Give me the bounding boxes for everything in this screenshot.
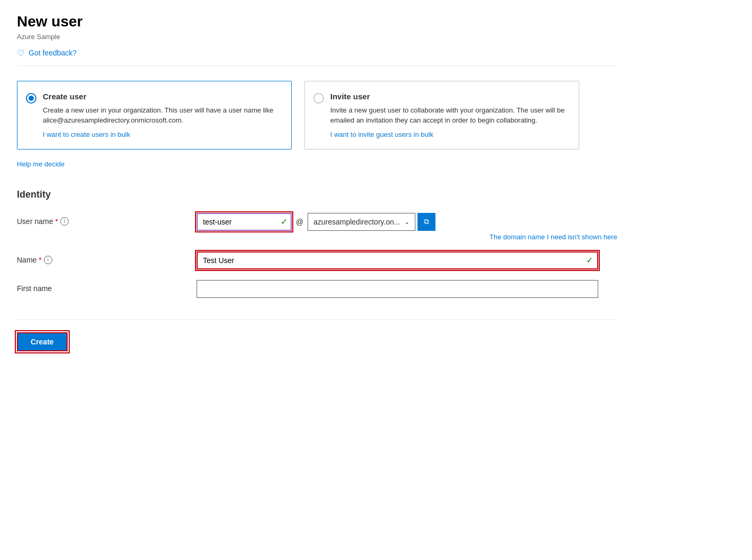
name-required: * — [39, 256, 41, 264]
domain-dropdown[interactable]: azuresampledirectory.on... ⌄ — [308, 213, 415, 231]
invite-user-radio[interactable] — [313, 93, 324, 104]
firstname-label: First name — [17, 284, 52, 293]
username-form-row: User name * i ✓ @ azuresampledirectory.o… — [17, 213, 617, 241]
invite-user-title: Invite user — [330, 92, 568, 101]
domain-link[interactable]: The domain name I need isn't shown here — [197, 233, 617, 241]
bottom-bar: Create — [17, 322, 617, 351]
domain-value: azuresampledirectory.on... — [313, 218, 400, 226]
create-button[interactable]: Create — [17, 332, 68, 351]
help-decide-link[interactable]: Help me decide — [17, 160, 64, 168]
name-label-container: Name * i — [17, 251, 197, 264]
create-user-title: Create user — [43, 92, 281, 101]
firstname-form-row: First name — [17, 280, 617, 298]
username-info-icon[interactable]: i — [60, 217, 69, 226]
identity-section: Identity User name * i ✓ @ azur — [17, 189, 617, 320]
heart-icon: ♡ — [17, 48, 24, 58]
feedback-label: Got feedback? — [29, 49, 77, 57]
invite-user-content: Invite user Invite a new guest user to c… — [330, 92, 568, 138]
copy-button[interactable]: ⧉ — [417, 213, 435, 231]
firstname-input[interactable] — [197, 280, 598, 298]
copy-icon: ⧉ — [424, 217, 429, 226]
username-controls: ✓ @ azuresampledirectory.on... ⌄ ⧉ The d… — [197, 213, 617, 241]
page-header: New user Azure Sample — [17, 13, 617, 41]
username-label-container: User name * i — [17, 213, 197, 226]
name-label: Name — [17, 256, 36, 264]
username-input-outline: ✓ — [197, 213, 292, 231]
name-form-row: Name * i ✓ — [17, 251, 617, 269]
firstname-controls — [197, 280, 617, 298]
name-input[interactable] — [197, 251, 598, 269]
feedback-bar[interactable]: ♡ Got feedback? — [17, 48, 617, 66]
firstname-label-container: First name — [17, 280, 197, 293]
at-symbol: @ — [296, 218, 303, 226]
name-controls: ✓ — [197, 251, 617, 269]
identity-section-title: Identity — [17, 189, 617, 200]
user-type-section: Create user Create a new user in your or… — [17, 81, 617, 150]
username-required: * — [55, 217, 58, 226]
invite-bulk-link[interactable]: I want to invite guest users in bulk — [330, 130, 433, 138]
invite-user-description: Invite a new guest user to collaborate w… — [330, 105, 568, 126]
name-input-outline: ✓ — [197, 251, 598, 269]
invite-user-card[interactable]: Invite user Invite a new guest user to c… — [304, 81, 579, 150]
create-user-content: Create user Create a new user in your or… — [43, 92, 281, 138]
create-bulk-link[interactable]: I want to create users in bulk — [43, 130, 130, 138]
page-title: New user — [17, 13, 617, 31]
username-input[interactable] — [197, 213, 292, 231]
create-user-card[interactable]: Create user Create a new user in your or… — [17, 81, 292, 150]
username-checkmark-icon: ✓ — [281, 217, 287, 227]
username-label: User name — [17, 217, 53, 226]
name-checkmark-icon: ✓ — [586, 255, 593, 265]
name-info-icon[interactable]: i — [44, 256, 52, 264]
create-user-radio[interactable] — [26, 93, 36, 104]
username-input-row: ✓ @ azuresampledirectory.on... ⌄ ⧉ — [197, 213, 617, 231]
chevron-down-icon: ⌄ — [404, 218, 410, 226]
create-user-description: Create a new user in your organization. … — [43, 105, 281, 126]
page-subtitle: Azure Sample — [17, 33, 617, 41]
